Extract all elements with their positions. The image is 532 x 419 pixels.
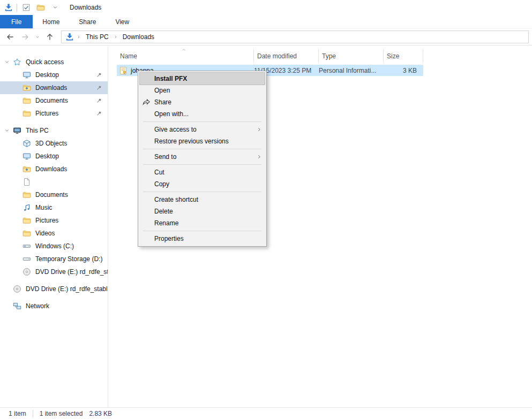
- qat-new-folder-button[interactable]: [35, 2, 46, 13]
- explorer-window: Downloads File Home Share View This PC D…: [0, 0, 532, 45]
- documents-folder-icon: [23, 96, 31, 105]
- certificate-file-icon: [119, 66, 128, 75]
- quick-access-icon: [13, 58, 21, 66]
- menu-separator: [143, 149, 261, 149]
- menu-separator: [143, 164, 261, 165]
- context-menu: Install PFX Open Share Open with... Give…: [138, 71, 267, 247]
- tab-view[interactable]: View: [106, 15, 139, 28]
- menu-item-open[interactable]: Open: [138, 85, 266, 96]
- sidebar-item-3d-objects[interactable]: 3D Objects: [0, 137, 108, 150]
- menu-item-label: Share: [154, 98, 171, 106]
- downloads-window-icon: [4, 3, 13, 12]
- desktop-icon: [23, 71, 31, 79]
- sidebar-section-label: This PC: [26, 127, 49, 134]
- dvd-disc-icon: [23, 268, 31, 276]
- sidebar-item-label: Music: [35, 204, 52, 211]
- breadcrumb-chevron-icon[interactable]: [114, 35, 118, 39]
- sidebar-item-desktop[interactable]: Desktop: [0, 68, 108, 81]
- menu-item-send-to[interactable]: Send to: [138, 151, 266, 163]
- menu-item-copy[interactable]: Copy: [138, 178, 266, 190]
- menu-item-give-access-to[interactable]: Give access to: [138, 124, 266, 135]
- sidebar-item-label: Network: [26, 302, 49, 310]
- tab-share[interactable]: Share: [69, 15, 106, 28]
- sidebar-item-network[interactable]: Network: [0, 300, 108, 313]
- sidebar-item-label: Documents: [35, 97, 68, 104]
- breadcrumb-chevron-icon[interactable]: [77, 35, 81, 39]
- qat-customize-dropdown[interactable]: [50, 2, 61, 13]
- sidebar-item-label: 3D Objects: [35, 140, 67, 147]
- forward-button[interactable]: [18, 31, 32, 43]
- share-icon: [142, 98, 151, 106]
- menu-item-create-shortcut[interactable]: Create shortcut: [138, 194, 266, 205]
- qat-properties-button[interactable]: [21, 2, 32, 13]
- 3d-objects-icon: [23, 139, 31, 148]
- sidebar-item-label: Pictures: [35, 110, 58, 117]
- column-header-size[interactable]: Size: [384, 49, 423, 63]
- menu-item-label: Send to: [154, 153, 176, 161]
- column-headers: Name Date modified Type Size: [117, 49, 532, 63]
- menu-item-restore-previous-versions[interactable]: Restore previous versions: [138, 135, 266, 147]
- menu-item-delete[interactable]: Delete: [138, 205, 266, 217]
- menu-separator: [143, 231, 261, 231]
- sidebar-item-label: Documents: [35, 191, 68, 199]
- sidebar-item-pictures-pc[interactable]: Pictures: [0, 214, 108, 227]
- menu-item-properties[interactable]: Properties: [138, 233, 266, 245]
- file-size: 3 KB: [384, 67, 423, 74]
- sidebar-item-dvd-drive-e[interactable]: DVD Drive (E:) rd_rdfe_stable: [0, 265, 108, 278]
- music-note-icon: [23, 203, 31, 212]
- sidebar-item-dvd-drive-top[interactable]: DVD Drive (E:) rd_rdfe_stable.T: [0, 283, 108, 295]
- breadcrumb-downloads[interactable]: Downloads: [121, 33, 156, 41]
- sidebar-item-label: Pictures: [35, 217, 58, 224]
- pin-icon: [96, 72, 102, 78]
- chevron-right-icon: [4, 286, 10, 292]
- menu-item-rename[interactable]: Rename: [138, 217, 266, 229]
- ribbon-tabs: File Home Share View: [0, 15, 532, 29]
- sidebar-item-downloads[interactable]: Downloads: [0, 81, 108, 94]
- breadcrumb-this-pc[interactable]: This PC: [84, 33, 111, 41]
- sidebar-item-pictures[interactable]: Pictures: [0, 107, 108, 120]
- sidebar-section-this-pc[interactable]: This PC: [0, 124, 108, 137]
- network-icon: [13, 302, 21, 310]
- column-header-date-modified[interactable]: Date modified: [254, 49, 319, 63]
- tab-home[interactable]: Home: [33, 15, 69, 28]
- tab-file[interactable]: File: [0, 15, 33, 28]
- sidebar-item-label: Temporary Storage (D:): [35, 255, 102, 263]
- address-bar[interactable]: This PC Downloads: [61, 31, 529, 43]
- menu-item-install-pfx[interactable]: Install PFX: [140, 73, 265, 85]
- menu-item-share[interactable]: Share: [138, 96, 266, 108]
- sidebar-item-videos[interactable]: Videos: [0, 227, 108, 240]
- navigation-bar: This PC Downloads: [0, 29, 532, 45]
- recent-locations-dropdown[interactable]: [33, 31, 42, 43]
- sidebar-item-windows-c[interactable]: Windows (C:): [0, 240, 108, 253]
- menu-item-cut[interactable]: Cut: [138, 166, 266, 178]
- sidebar-section-quick-access[interactable]: Quick access: [0, 56, 108, 68]
- sidebar-item-label: Downloads: [35, 165, 67, 173]
- menu-item-open-with[interactable]: Open with...: [138, 108, 266, 120]
- sidebar-item-label: DVD Drive (E:) rd_rdfe_stable.T: [26, 285, 108, 293]
- column-header-type[interactable]: Type: [319, 49, 384, 63]
- pictures-folder-icon: [23, 216, 31, 225]
- sidebar-item-documents-pc[interactable]: Documents: [0, 188, 108, 201]
- back-button[interactable]: [3, 31, 17, 43]
- sidebar-item-documents[interactable]: Documents: [0, 94, 108, 107]
- sidebar-item-unnamed[interactable]: [0, 176, 108, 188]
- sidebar-item-temporary-storage-d[interactable]: Temporary Storage (D:): [0, 253, 108, 265]
- drive-icon: [23, 255, 31, 263]
- pin-icon: [96, 85, 102, 91]
- up-button[interactable]: [43, 31, 57, 43]
- sidebar-item-music[interactable]: Music: [0, 201, 108, 214]
- titlebar: Downloads: [0, 0, 532, 15]
- sidebar-item-downloads-pc[interactable]: Downloads: [0, 163, 108, 176]
- sidebar-item-label: Videos: [35, 230, 55, 237]
- status-divider: [33, 410, 33, 417]
- system-drive-icon: [23, 242, 31, 250]
- chevron-right-icon: [4, 303, 10, 309]
- sidebar-section-label: Quick access: [26, 58, 64, 66]
- sidebar-item-desktop-pc[interactable]: Desktop: [0, 150, 108, 163]
- titlebar-divider: [17, 4, 17, 12]
- downloads-folder-icon: [23, 165, 31, 173]
- sidebar-item-label: Desktop: [35, 153, 59, 160]
- pin-icon: [96, 110, 102, 117]
- status-bar: 1 item 1 item selected 2.83 KB: [0, 407, 532, 419]
- videos-folder-icon: [23, 229, 31, 238]
